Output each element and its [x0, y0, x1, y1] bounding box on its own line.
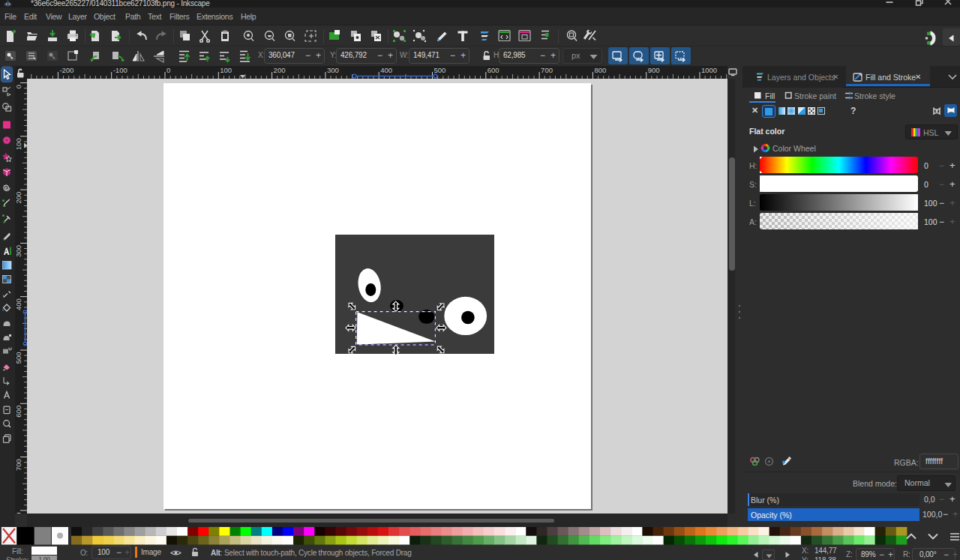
svg-text:0: 0: [166, 66, 170, 74]
svg-text:800: 800: [594, 66, 606, 74]
svg-text:100: 100: [15, 138, 22, 150]
svg-text:200: 200: [15, 192, 22, 204]
svg-text:700: 700: [541, 66, 553, 74]
svg-text:600: 600: [488, 66, 500, 74]
svg-text:100: 100: [220, 66, 232, 74]
svg-text:300: 300: [327, 66, 339, 74]
svg-text:0: 0: [15, 85, 22, 88]
svg-text:400: 400: [380, 66, 392, 74]
svg-text:300: 300: [15, 245, 22, 257]
svg-text:600: 600: [15, 406, 22, 418]
svg-text:900: 900: [648, 66, 660, 74]
svg-text:1000: 1000: [701, 66, 717, 74]
svg-text:700: 700: [15, 459, 22, 471]
svg-text:500: 500: [434, 66, 446, 74]
svg-text:-100: -100: [113, 66, 128, 74]
svg-text:500: 500: [15, 352, 22, 364]
svg-text:-200: -200: [59, 66, 74, 74]
svg-text:200: 200: [274, 66, 286, 74]
svg-text:400: 400: [15, 298, 22, 310]
svg-text:800: 800: [15, 512, 22, 514]
